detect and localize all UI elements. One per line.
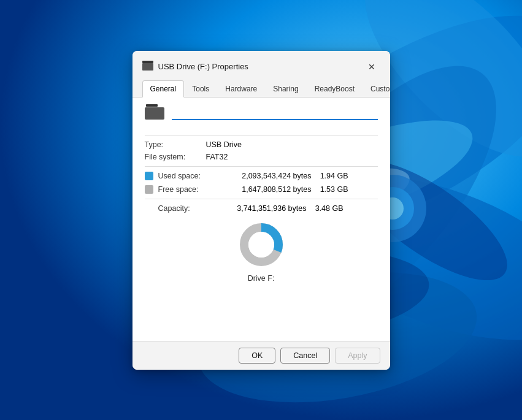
usb-icon <box>142 63 153 71</box>
drive-icon <box>145 107 164 120</box>
used-space-row: Used space: 2,093,543,424 bytes 1.94 GB <box>145 172 378 180</box>
capacity-bytes: 3,741,351,936 bytes <box>209 204 307 213</box>
fs-label: File system: <box>145 153 206 161</box>
separator-2 <box>145 166 378 167</box>
capacity-label: Capacity: <box>158 204 209 213</box>
dialog-footer: OK Cancel Apply <box>132 341 390 370</box>
used-gb: 1.94 GB <box>312 172 348 180</box>
capacity-gb: 3.48 GB <box>307 204 344 213</box>
used-indicator <box>145 172 153 180</box>
drive-label: Drive F: <box>248 274 275 283</box>
tab-bar: General Tools Hardware Sharing ReadyBoos… <box>132 75 390 97</box>
free-gb: 1.53 GB <box>312 185 348 194</box>
drive-header <box>145 107 378 128</box>
title-bar: USB Drive (F:) Properties ✕ <box>132 51 390 75</box>
drive-name-input[interactable] <box>172 107 378 120</box>
close-button[interactable]: ✕ <box>363 58 380 75</box>
tab-tools[interactable]: Tools <box>184 80 217 97</box>
tab-general[interactable]: General <box>142 80 185 97</box>
tab-readyboost[interactable]: ReadyBoost <box>307 80 363 97</box>
tab-customize[interactable]: Customize <box>363 80 390 97</box>
properties-dialog: USB Drive (F:) Properties ✕ General Tool… <box>132 51 390 370</box>
type-value: USB Drive <box>206 140 242 149</box>
free-label: Free space: <box>158 185 213 194</box>
tab-content: Type: USB Drive File system: FAT32 Used … <box>132 97 390 341</box>
capacity-row: Capacity: 3,741,351,936 bytes 3.48 GB <box>158 204 378 213</box>
donut-chart <box>237 220 286 269</box>
type-row: Type: USB Drive <box>145 140 378 149</box>
type-label: Type: <box>145 140 206 149</box>
separator-3 <box>145 199 378 199</box>
fs-value: FAT32 <box>206 153 228 161</box>
apply-button: Apply <box>335 348 380 364</box>
cancel-button[interactable]: Cancel <box>280 348 330 364</box>
separator-1 <box>145 135 378 136</box>
free-bytes: 1,647,808,512 bytes <box>213 185 312 194</box>
used-bytes: 2,093,543,424 bytes <box>213 172 312 180</box>
tab-sharing[interactable]: Sharing <box>265 80 306 97</box>
dialog-title: USB Drive (F:) Properties <box>158 62 248 71</box>
fs-row: File system: FAT32 <box>145 153 378 161</box>
donut-chart-container: Drive F: <box>145 220 378 283</box>
tab-hardware[interactable]: Hardware <box>217 80 265 97</box>
free-space-row: Free space: 1,647,808,512 bytes 1.53 GB <box>145 185 378 194</box>
used-label: Used space: <box>158 172 213 180</box>
free-indicator <box>145 185 153 194</box>
svg-point-15 <box>248 232 274 258</box>
ok-button[interactable]: OK <box>239 348 275 364</box>
